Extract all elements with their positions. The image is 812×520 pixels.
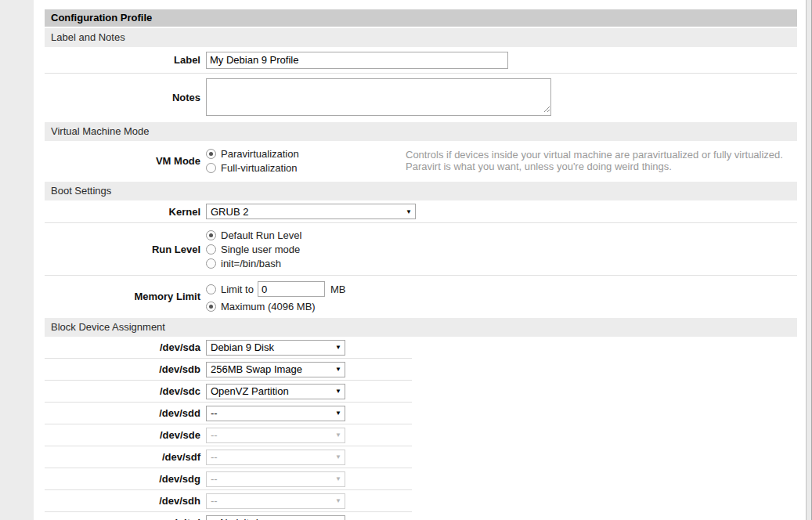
- device-label: /dev/sdf: [45, 451, 206, 463]
- device-select-sdh: -- ▼: [206, 493, 345, 509]
- radio-option-label: Full-virtualization: [221, 162, 298, 174]
- device-select-value: --: [211, 495, 332, 507]
- block-device-rows: /dev/sda Debian 9 Disk ▼ /dev/sdb 256MB …: [45, 337, 412, 520]
- radio-icon[interactable]: [206, 163, 216, 173]
- chevron-down-icon: ▼: [335, 366, 341, 373]
- device-row-sdd: /dev/sdd -- ▼: [45, 403, 412, 424]
- device-label: initrd: [45, 517, 206, 520]
- device-select-value: Debian 9 Disk: [211, 341, 332, 353]
- section-header-block-device-assignment: Block Device Assignment: [45, 318, 797, 337]
- device-select-value: --: [211, 451, 332, 463]
- device-select-sdf: -- ▼: [206, 450, 345, 465]
- device-row-sdb: /dev/sdb 256MB Swap Image ▼: [45, 359, 412, 381]
- label-input[interactable]: [206, 52, 508, 69]
- memory-limit-to-radio[interactable]: [206, 284, 216, 294]
- device-select-value: -- No initrd --: [211, 517, 332, 520]
- radio-option-label: Single user mode: [221, 244, 300, 255]
- run-level-option-single-user[interactable]: Single user mode: [206, 242, 301, 256]
- device-label: /dev/sdb: [45, 363, 206, 375]
- chevron-down-icon: ▼: [335, 453, 341, 460]
- chevron-down-icon: ▼: [335, 497, 341, 504]
- memory-maximum-radio[interactable]: [206, 302, 216, 312]
- device-row-initrd: initrd -- No initrd -- ▼: [45, 512, 412, 520]
- device-select-sdc[interactable]: OpenVZ Partition ▼: [206, 384, 345, 399]
- help-line: Controls if devices inside your virtual …: [406, 149, 786, 161]
- device-select-sdd[interactable]: -- ▼: [206, 406, 345, 421]
- radio-icon[interactable]: [206, 258, 216, 269]
- run-level-option-default[interactable]: Default Run Level: [206, 228, 301, 242]
- run-level-row: Run Level Default Run Level Single user …: [45, 223, 797, 276]
- device-select-sdg: -- ▼: [206, 471, 345, 487]
- run-level-option-init-bin-bash[interactable]: init=/bin/bash: [206, 256, 301, 270]
- memory-limit-to-label: Limit to: [221, 283, 254, 295]
- help-line: Paravirt is what you want, unless you're…: [406, 161, 786, 172]
- memory-limit-unit: MB: [330, 283, 346, 295]
- device-row-sda: /dev/sda Debian 9 Disk ▼: [45, 337, 412, 359]
- section-header-label-and-notes: Label and Notes: [45, 28, 797, 47]
- vm-mode-option-full-virtualization[interactable]: Full-virtualization: [206, 161, 406, 175]
- device-select-sde: -- ▼: [206, 428, 345, 443]
- resize-handle-icon[interactable]: [543, 103, 550, 114]
- chevron-down-icon: ▼: [406, 208, 412, 215]
- chevron-down-icon: ▼: [335, 475, 341, 482]
- label-row: Label: [45, 47, 797, 74]
- kernel-select[interactable]: GRUB 2 ▼: [206, 204, 416, 219]
- radio-option-label: init=/bin/bash: [221, 258, 281, 269]
- vm-mode-help-text: Controls if devices inside your virtual …: [406, 149, 797, 172]
- device-label: /dev/sdc: [45, 385, 206, 397]
- vm-mode-row: VM Mode Paravirtualization Full-virtuali…: [45, 141, 797, 180]
- memory-limit-row: Memory Limit Limit to MB Maximum (4096 M…: [45, 276, 797, 316]
- section-header-virtual-machine-mode: Virtual Machine Mode: [45, 122, 797, 141]
- kernel-select-value: GRUB 2: [211, 206, 402, 218]
- radio-option-label: Paravirtualization: [221, 148, 299, 160]
- device-row-sdf: /dev/sdf -- ▼: [45, 446, 412, 468]
- device-select-initrd[interactable]: -- No initrd -- ▼: [206, 515, 345, 520]
- configuration-profile-form: Configuration Profile Label and Notes La…: [45, 9, 797, 520]
- radio-option-label: Default Run Level: [221, 229, 301, 241]
- device-label: /dev/sda: [45, 341, 206, 353]
- device-row-sde: /dev/sde -- ▼: [45, 424, 412, 446]
- kernel-row: Kernel GRUB 2 ▼: [45, 200, 797, 223]
- left-gutter: [0, 0, 34, 520]
- chevron-down-icon: ▼: [335, 344, 341, 351]
- vm-mode-option-paravirtualization[interactable]: Paravirtualization: [206, 146, 406, 161]
- memory-limit-label: Memory Limit: [45, 291, 206, 302]
- memory-limit-input[interactable]: [258, 281, 325, 297]
- chevron-down-icon: ▼: [335, 410, 341, 417]
- device-select-sdb[interactable]: 256MB Swap Image ▼: [206, 362, 345, 377]
- device-label: /dev/sdh: [45, 495, 206, 507]
- device-row-sdg: /dev/sdg -- ▼: [45, 468, 412, 490]
- radio-icon[interactable]: [206, 149, 216, 159]
- radio-icon[interactable]: [206, 230, 216, 240]
- memory-maximum-label: Maximum (4096 MB): [221, 301, 316, 312]
- label-field-label: Label: [45, 54, 206, 66]
- chevron-down-icon: ▼: [335, 388, 341, 395]
- device-select-value: OpenVZ Partition: [211, 385, 332, 397]
- notes-row: Notes: [45, 74, 797, 121]
- device-select-value: 256MB Swap Image: [211, 363, 332, 375]
- device-select-value: --: [211, 473, 332, 485]
- vm-mode-label: VM Mode: [45, 155, 206, 167]
- device-select-value: --: [211, 407, 332, 419]
- run-level-label: Run Level: [45, 244, 206, 255]
- chevron-down-icon: ▼: [335, 432, 341, 439]
- kernel-label: Kernel: [45, 206, 206, 218]
- section-header-boot-settings: Boot Settings: [45, 182, 797, 200]
- device-label: /dev/sdd: [45, 407, 206, 419]
- device-row-sdh: /dev/sdh -- ▼: [45, 490, 412, 512]
- device-label: /dev/sdg: [45, 473, 206, 485]
- device-select-sda[interactable]: Debian 9 Disk ▼: [206, 340, 345, 356]
- page-title: Configuration Profile: [45, 9, 797, 27]
- device-select-value: --: [211, 429, 332, 441]
- notes-textarea[interactable]: [206, 78, 551, 116]
- device-row-sdc: /dev/sdc OpenVZ Partition ▼: [45, 381, 412, 403]
- vertical-scrollbar[interactable]: [806, 0, 812, 520]
- notes-field-label: Notes: [45, 92, 206, 103]
- device-label: /dev/sde: [45, 429, 206, 441]
- radio-icon[interactable]: [206, 244, 216, 255]
